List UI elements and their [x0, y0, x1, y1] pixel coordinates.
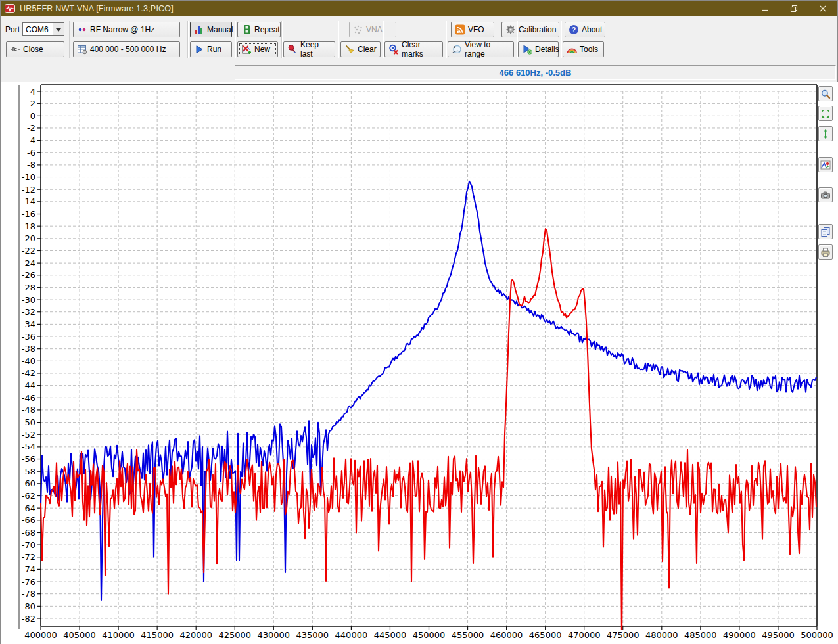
y-tick-label: -64	[22, 503, 35, 513]
y-tick-label: -34	[22, 319, 35, 329]
side-button-zoom[interactable]	[818, 86, 833, 101]
toolbar-button-calibration-label: Calibration	[519, 25, 556, 34]
x-tick-label: 470000	[568, 630, 601, 640]
side-button-screenshot[interactable]	[818, 187, 833, 202]
toolbar-button-range-label: 400 000 - 500 000 Hz	[90, 45, 166, 54]
x-tick-label: 450000	[413, 630, 446, 640]
toolbar-button-details-label: Details	[535, 45, 559, 54]
toolbar-button-new[interactable]: New	[237, 41, 278, 57]
close-button[interactable]	[808, 1, 837, 16]
y-tick-label: 0	[30, 111, 35, 121]
cursor-readout: 466 610Hz, -0.5dB	[500, 68, 572, 78]
pin-icon	[287, 44, 298, 55]
y-tick-label: -26	[22, 270, 35, 280]
toolbar-button-rf-narrow[interactable]: RF Narrow @ 1Hz	[73, 22, 180, 37]
view-range-icon	[452, 44, 462, 55]
toolbar-button-vfo[interactable]: VFO	[451, 22, 494, 37]
port-select[interactable]: COM6	[22, 22, 64, 36]
y-tick-label: -28	[22, 283, 35, 292]
x-tick-label: 465000	[529, 630, 562, 640]
toolbar-separator	[517, 21, 518, 58]
y-tick-label: -18	[22, 221, 35, 231]
y-tick-label: -82	[22, 614, 35, 624]
toolbar-button-tools[interactable]: Tools	[563, 41, 604, 57]
side-button-fit-vertical[interactable]	[818, 126, 833, 141]
chart-area: 420-2-4-6-8-10-12-14-16-18-20-22-24-26-2…	[1, 82, 838, 644]
app-window: UR5FFR NWT-VNA [Firmware 1.3;PICO] Port …	[0, 0, 838, 644]
toolbar-button-repeat-label: Repeat	[254, 25, 280, 34]
toolbar-button-view-to-range-label: View to range	[465, 40, 511, 58]
toolbar-button-clear-marks-label: Clear marks	[402, 40, 440, 58]
toolbar-button-repeat[interactable]: Repeat	[237, 22, 281, 37]
toolbar-button-range[interactable]: 400 000 - 500 000 Hz	[73, 41, 180, 57]
titlebar[interactable]: UR5FFR NWT-VNA [Firmware 1.3;PICO]	[1, 1, 837, 16]
bar-chart-icon	[194, 24, 204, 35]
minimize-button[interactable]	[751, 1, 780, 16]
toolbar-button-tools-label: Tools	[580, 45, 598, 54]
y-tick-label: -56	[22, 454, 35, 464]
toolbar-button-clear[interactable]: Clear	[340, 41, 381, 57]
side-button-graph-settings[interactable]	[818, 157, 833, 172]
rf-dots-icon	[77, 24, 87, 35]
toolbar-button-vna-label: VNA	[366, 25, 383, 34]
clear-marks-icon	[388, 44, 399, 55]
rss-icon	[455, 24, 465, 35]
side-button-fit-screen[interactable]	[818, 106, 833, 121]
y-tick-label: -14	[22, 196, 35, 206]
x-tick-label: 445000	[374, 630, 407, 640]
y-tick-label: -46	[22, 393, 35, 403]
side-button-print[interactable]	[818, 244, 833, 260]
toolbar-button-about[interactable]: ?About	[565, 22, 605, 37]
y-tick-label: -68	[22, 528, 35, 538]
toolbar-button-manual-label: Manual	[207, 25, 233, 34]
toolbar-separator	[561, 21, 562, 58]
toolbar-separator	[235, 21, 236, 58]
magnifier-icon	[820, 89, 831, 99]
x-tick-label: 480000	[645, 630, 678, 640]
x-tick-label: 500000	[801, 630, 833, 640]
y-tick-label: -22	[22, 246, 35, 256]
window-controls	[751, 1, 837, 16]
toolbar-separator	[187, 21, 189, 58]
y-tick-label: 4	[30, 87, 35, 97]
y-tick-label: -2	[27, 123, 35, 133]
y-tick-label: -72	[22, 552, 35, 562]
toolbar-button-calibration[interactable]: Calibration	[501, 22, 559, 37]
camera-icon	[820, 190, 831, 200]
y-tick-label: 2	[30, 99, 35, 108]
y-tick-label: -48	[22, 405, 35, 415]
toolbar-button-run[interactable]: Run	[190, 41, 232, 57]
chevron-down-icon[interactable]	[53, 23, 64, 35]
toolbar-button-view-to-range[interactable]: View to range	[448, 41, 514, 57]
restore-button[interactable]	[780, 1, 808, 16]
y-tick-label: -76	[22, 577, 35, 587]
toolbar-button-keep-last[interactable]: Keep last	[283, 41, 335, 57]
toolbar-button-details[interactable]: Details	[518, 41, 559, 57]
x-tick-label: 495000	[762, 630, 795, 640]
toolbar-button-new-label: New	[254, 45, 270, 54]
y-tick-label: -50	[22, 417, 35, 427]
sparkle-icon	[353, 24, 363, 35]
x-tick-label: 400000	[24, 630, 57, 640]
app-icon	[5, 3, 15, 14]
x-tick-label: 475000	[607, 630, 640, 640]
y-tick-label: -4	[27, 135, 35, 145]
film-icon	[241, 24, 252, 35]
details-icon	[522, 44, 532, 55]
side-button-copy[interactable]	[818, 224, 833, 239]
status-row: 466 610Hz, -0.5dB	[1, 62, 837, 82]
toolbar-button-manual[interactable]: Manual	[190, 22, 232, 37]
x-tick-label: 440000	[335, 630, 368, 640]
spectrum-plot[interactable]: 420-2-4-6-8-10-12-14-16-18-20-22-24-26-2…	[1, 82, 838, 644]
x-tick-label: 415000	[141, 630, 174, 640]
fit-screen-icon	[820, 108, 831, 119]
y-tick-label: -10	[22, 172, 35, 182]
table-icon	[77, 44, 87, 55]
toolbar-button-clear-marks[interactable]: Clear marks	[384, 41, 443, 57]
y-tick-label: -78	[22, 589, 35, 599]
x-tick-label: 435000	[296, 630, 329, 640]
copy-icon	[820, 227, 831, 237]
y-tick-label: -8	[27, 160, 35, 170]
y-tick-label: -38	[22, 344, 35, 354]
toolbar-button-close[interactable]: Close	[6, 41, 64, 57]
